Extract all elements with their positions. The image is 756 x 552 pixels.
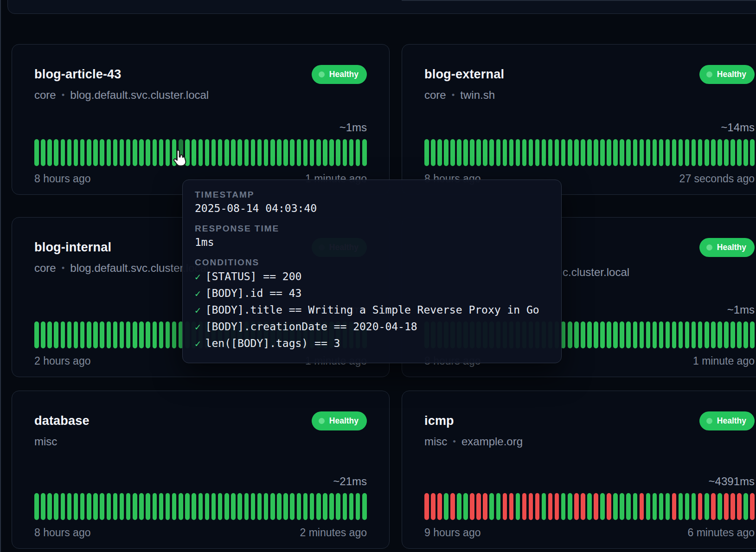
status-bar[interactable] <box>666 493 670 520</box>
status-bar[interactable] <box>237 139 242 166</box>
status-bar[interactable] <box>166 493 170 520</box>
status-bar[interactable] <box>34 139 39 166</box>
status-bar[interactable] <box>211 493 216 520</box>
status-bar[interactable] <box>535 493 540 520</box>
status-bar[interactable] <box>692 321 696 348</box>
status-bar[interactable] <box>172 321 177 348</box>
status-bar[interactable] <box>343 139 347 166</box>
status-bar[interactable] <box>679 139 683 166</box>
status-bar[interactable] <box>705 321 709 348</box>
status-bar[interactable] <box>139 321 144 348</box>
status-bar[interactable] <box>87 139 91 166</box>
status-bar[interactable] <box>41 139 45 166</box>
status-bar[interactable] <box>542 493 546 520</box>
status-bar[interactable] <box>653 493 657 520</box>
status-bar[interactable] <box>626 493 631 520</box>
status-bar[interactable] <box>483 493 487 520</box>
status-bar[interactable] <box>463 493 468 520</box>
status-bar[interactable] <box>509 493 514 520</box>
status-bar[interactable] <box>535 139 540 166</box>
status-bar[interactable] <box>555 493 559 520</box>
status-bar[interactable] <box>730 139 735 166</box>
status-bar[interactable] <box>270 493 275 520</box>
status-bar[interactable] <box>607 321 611 348</box>
status-bar[interactable] <box>718 139 722 166</box>
status-bar[interactable] <box>303 139 308 166</box>
status-bar[interactable] <box>120 139 124 166</box>
status-bar[interactable] <box>343 493 347 520</box>
status-bar[interactable] <box>80 493 85 520</box>
status-bar[interactable] <box>41 493 45 520</box>
status-bar[interactable] <box>139 493 144 520</box>
status-bar[interactable] <box>179 493 183 520</box>
status-bar[interactable] <box>437 139 442 166</box>
status-bar[interactable] <box>67 321 72 348</box>
status-bar[interactable] <box>139 139 144 166</box>
status-bar[interactable] <box>568 493 572 520</box>
status-bar[interactable] <box>653 321 657 348</box>
status-bar[interactable] <box>698 493 703 520</box>
status-bar[interactable] <box>587 493 592 520</box>
status-bar[interactable] <box>431 139 436 166</box>
status-bar[interactable] <box>679 321 683 348</box>
status-bar[interactable] <box>120 493 124 520</box>
status-bar[interactable] <box>47 139 52 166</box>
service-card-database[interactable]: database Healthy misc ~21ms 8 hours ago … <box>12 391 390 549</box>
status-bar[interactable] <box>146 139 150 166</box>
status-bar[interactable] <box>711 321 716 348</box>
status-bar[interactable] <box>67 139 72 166</box>
status-bar[interactable] <box>153 321 157 348</box>
status-bar[interactable] <box>548 493 553 520</box>
status-bar[interactable] <box>424 493 429 520</box>
status-bar[interactable] <box>74 321 78 348</box>
status-bar[interactable] <box>594 321 598 348</box>
status-bar[interactable] <box>349 139 354 166</box>
status-bar[interactable] <box>93 139 98 166</box>
status-bar[interactable] <box>607 493 611 520</box>
status-bar[interactable] <box>100 321 104 348</box>
status-bar[interactable] <box>349 493 354 520</box>
status-bar[interactable] <box>542 139 546 166</box>
status-bar[interactable] <box>607 139 611 166</box>
status-bar[interactable] <box>290 493 295 520</box>
status-bar[interactable] <box>251 139 256 166</box>
status-bar[interactable] <box>581 321 585 348</box>
status-bar[interactable] <box>718 321 722 348</box>
status-bar[interactable] <box>93 321 98 348</box>
status-bar[interactable] <box>672 139 677 166</box>
status-bar[interactable] <box>444 139 448 166</box>
status-bar[interactable] <box>522 493 527 520</box>
status-bar[interactable] <box>516 493 520 520</box>
status-bar[interactable] <box>724 493 729 520</box>
status-bar[interactable] <box>329 493 334 520</box>
status-bar[interactable] <box>600 321 605 348</box>
status-bar[interactable] <box>705 139 709 166</box>
status-bar[interactable] <box>613 493 618 520</box>
status-bar[interactable] <box>685 139 690 166</box>
status-bar[interactable] <box>205 139 210 166</box>
status-bar[interactable] <box>503 493 507 520</box>
status-bar[interactable] <box>529 139 533 166</box>
status-bar[interactable] <box>457 493 461 520</box>
status-bar[interactable] <box>692 139 696 166</box>
status-bar[interactable] <box>626 321 631 348</box>
status-bar[interactable] <box>489 493 494 520</box>
status-bar[interactable] <box>659 321 664 348</box>
service-card-blog-article-43[interactable]: blog-article-43 Healthy core • blog.defa… <box>12 44 390 195</box>
status-bar[interactable] <box>705 493 709 520</box>
status-bar[interactable] <box>126 493 131 520</box>
status-bar[interactable] <box>283 493 288 520</box>
status-bar[interactable] <box>126 139 131 166</box>
status-bar[interactable] <box>646 493 651 520</box>
status-bar[interactable] <box>126 321 131 348</box>
status-bar[interactable] <box>626 139 631 166</box>
status-bar[interactable] <box>120 321 124 348</box>
status-bar[interactable] <box>47 493 52 520</box>
status-bar[interactable] <box>231 139 236 166</box>
status-bar[interactable] <box>646 139 651 166</box>
status-bar[interactable] <box>600 493 605 520</box>
status-bar[interactable] <box>496 139 501 166</box>
status-bar[interactable] <box>574 321 579 348</box>
status-bar[interactable] <box>496 493 501 520</box>
status-bar[interactable] <box>107 139 111 166</box>
